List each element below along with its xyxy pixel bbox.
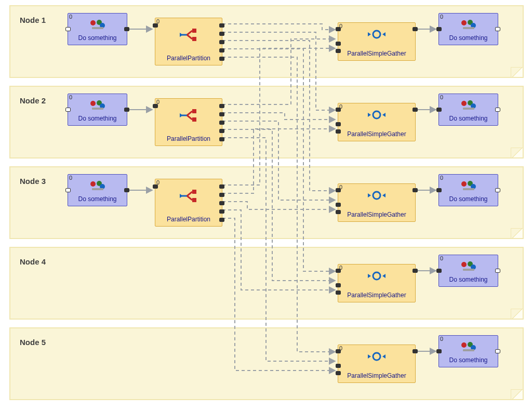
svg-rect-32	[192, 190, 196, 194]
port-in-1[interactable]	[336, 27, 341, 31]
port-in[interactable]	[436, 188, 442, 192]
svg-rect-27	[463, 108, 474, 110]
port-in[interactable]	[436, 27, 442, 31]
port-out[interactable]	[124, 188, 129, 192]
port-in-1[interactable]	[336, 108, 341, 112]
port-out[interactable]	[413, 269, 418, 273]
port-in[interactable]	[436, 349, 442, 353]
partition-node1[interactable]: 0 ParallelPartition	[155, 18, 222, 65]
svg-marker-23	[382, 113, 385, 117]
port-out-3[interactable]	[219, 40, 224, 44]
svg-point-10	[461, 20, 467, 25]
svg-marker-50	[368, 354, 371, 359]
port-in-1[interactable]	[336, 349, 341, 353]
port-in-2[interactable]	[336, 283, 341, 287]
gather-node1[interactable]: 0 ParallelSimpleGather	[338, 22, 416, 61]
port-out[interactable]	[413, 108, 418, 112]
svg-point-29	[97, 181, 102, 186]
port-out-5[interactable]	[219, 218, 224, 222]
gather-node4[interactable]: 0 ParallelSimpleGather	[338, 264, 416, 302]
port-in[interactable]	[436, 269, 442, 273]
port-out[interactable]	[413, 27, 418, 31]
port-in-3[interactable]	[336, 371, 341, 375]
svg-marker-44	[382, 274, 385, 278]
svg-point-21	[373, 111, 380, 118]
source-node3[interactable]: 0 Do something	[68, 174, 127, 206]
port-out-1[interactable]	[219, 184, 224, 189]
port-out[interactable]	[413, 349, 418, 353]
port-out-4[interactable]	[219, 48, 224, 52]
port-out[interactable]	[495, 27, 500, 31]
sink-node1[interactable]: 0 Do something	[438, 13, 498, 45]
port-out-1[interactable]	[219, 104, 224, 108]
port-out-3[interactable]	[219, 201, 224, 205]
source-node1[interactable]: 0 Do something	[68, 13, 127, 45]
port-in-1[interactable]	[336, 269, 341, 273]
port-in[interactable]	[65, 188, 71, 192]
port-out[interactable]	[495, 108, 500, 112]
port-in[interactable]	[65, 108, 71, 112]
port-out-5[interactable]	[219, 57, 224, 61]
gather-node5[interactable]: 0 ParallelSimpleGather	[338, 345, 416, 383]
component-label: Do something	[439, 356, 498, 364]
port-out[interactable]	[124, 27, 129, 31]
port-out-2[interactable]	[219, 193, 224, 197]
svg-point-12	[471, 23, 476, 28]
port-in-2[interactable]	[336, 203, 341, 207]
sink-node3[interactable]: 0 Do something	[438, 174, 498, 206]
port-out-3[interactable]	[219, 121, 224, 125]
svg-point-16	[100, 103, 105, 109]
component-label: ParallelPartition	[155, 55, 222, 62]
gather-node2[interactable]: 0 ParallelSimpleGather	[338, 103, 416, 141]
gear-cluster-icon	[460, 341, 477, 355]
port-in-3[interactable]	[336, 49, 341, 53]
svg-marker-6	[180, 33, 183, 37]
port-out[interactable]	[413, 188, 418, 192]
port-out-1[interactable]	[219, 23, 224, 28]
diagram-canvas: Node 1 Node 2 Node 3 Node 4 Node 5	[0, 0, 532, 410]
port-in-1[interactable]	[336, 188, 341, 192]
port-in[interactable]	[153, 184, 158, 189]
port-in-2[interactable]	[336, 122, 341, 126]
partition-node3[interactable]: 0 ParallelPartition	[155, 179, 222, 227]
port-out-2[interactable]	[219, 32, 224, 36]
port-out-4[interactable]	[219, 129, 224, 133]
port-in[interactable]	[65, 27, 71, 31]
sink-node5[interactable]: 0 Do something	[438, 335, 498, 367]
svg-point-1	[97, 20, 102, 25]
port-in[interactable]	[436, 108, 442, 112]
component-label: ParallelPartition	[155, 216, 222, 223]
port-in[interactable]	[153, 104, 158, 108]
port-in-3[interactable]	[336, 210, 341, 214]
sink-node2[interactable]: 0 Do something	[438, 94, 498, 126]
port-out-5[interactable]	[219, 137, 224, 141]
port-out[interactable]	[495, 269, 500, 273]
port-out-2[interactable]	[219, 112, 224, 116]
lane-title: Node 2	[20, 96, 46, 105]
port-in-3[interactable]	[336, 290, 341, 295]
partition-node2[interactable]: 0 ParallelPartition	[155, 98, 222, 146]
port-count-badge: 0	[440, 94, 443, 100]
source-node2[interactable]: 0 Do something	[68, 94, 127, 126]
cycle-arrows-icon	[368, 270, 385, 284]
port-out[interactable]	[124, 108, 129, 112]
svg-marker-37	[382, 193, 385, 197]
svg-point-24	[461, 101, 467, 106]
port-in-2[interactable]	[336, 42, 341, 46]
svg-point-42	[373, 272, 380, 280]
component-label: Do something	[439, 276, 498, 283]
component-label: ParallelSimpleGather	[338, 50, 415, 57]
component-label: Do something	[68, 195, 127, 203]
port-count-badge: 0	[440, 336, 443, 342]
port-in-3[interactable]	[336, 129, 341, 134]
port-in-2[interactable]	[336, 364, 341, 368]
port-count-badge: 0	[69, 175, 72, 181]
port-out[interactable]	[495, 188, 500, 192]
gear-cluster-icon	[460, 19, 477, 33]
port-out-4[interactable]	[219, 209, 224, 214]
gear-cluster-icon	[89, 99, 107, 113]
gather-node3[interactable]: 0 ParallelSimpleGather	[338, 183, 416, 222]
port-out[interactable]	[495, 349, 500, 353]
sink-node4[interactable]: 0 Do something	[438, 255, 498, 287]
port-in[interactable]	[153, 23, 158, 28]
